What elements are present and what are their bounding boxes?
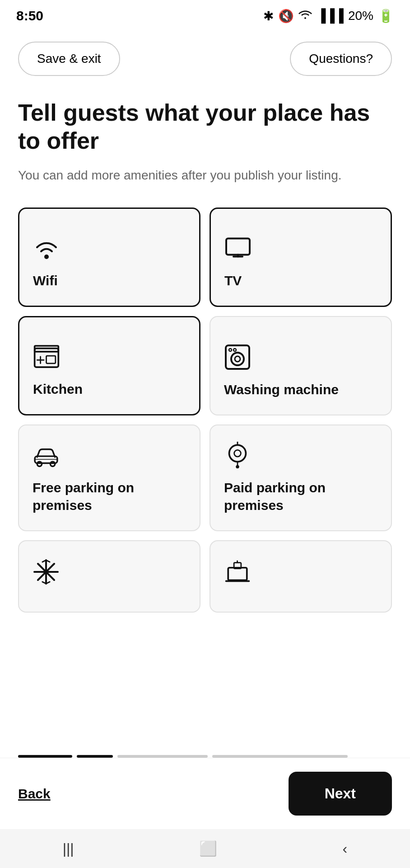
top-buttons-container: Save & exit Questions? [0, 33, 410, 85]
amenity-card-kitchen[interactable]: Kitchen [18, 316, 200, 415]
android-nav-bar: ||| ⬜ ‹ [0, 829, 410, 868]
amenity-label-tv: TV [224, 272, 377, 289]
save-exit-button[interactable]: Save & exit [18, 42, 120, 76]
page-subtitle: You can add more amenities after you pub… [18, 166, 392, 185]
page-title: Tell guests what your place has to offer [18, 99, 392, 155]
next-button[interactable]: Next [289, 772, 392, 816]
amenity-label-free-parking: Free parking on premises [33, 479, 186, 514]
kitchen-icon [33, 343, 186, 372]
status-bar: 8:50 ✱ 🔇 ▐▐▐ 20% 🔋 [0, 0, 410, 28]
amenity-card-tv[interactable]: TV [210, 208, 392, 307]
amenity-grid: Wifi TV [18, 208, 392, 613]
svg-rect-31 [228, 568, 247, 580]
amenity-card-paid-parking[interactable]: Paid parking on premises [210, 425, 392, 531]
amenity-label-wifi: Wifi [33, 272, 186, 289]
tv-icon [224, 235, 377, 264]
android-back-icon[interactable]: ‹ [343, 840, 348, 857]
car-icon [33, 442, 186, 471]
workspace-icon [224, 558, 377, 587]
amenity-card-workspace[interactable] [210, 540, 392, 613]
status-icons: ✱ 🔇 ▐▐▐ 20% 🔋 [263, 9, 394, 24]
svg-point-12 [229, 349, 232, 351]
svg-point-19 [234, 450, 241, 457]
bluetooth-icon: ✱ [263, 9, 274, 24]
svg-point-16 [50, 462, 55, 466]
amenity-card-free-parking[interactable]: Free parking on premises [18, 425, 200, 531]
mute-icon: 🔇 [278, 9, 294, 24]
main-content: Tell guests what your place has to offer… [0, 85, 410, 746]
wifi-icon [33, 235, 186, 264]
amenity-card-washing-machine[interactable]: Washing machine [210, 316, 392, 415]
android-menu-icon[interactable]: ||| [63, 840, 74, 857]
svg-point-18 [229, 445, 246, 462]
amenity-card-wifi[interactable]: Wifi [18, 208, 200, 307]
svg-point-15 [37, 462, 42, 466]
washing-machine-icon [224, 344, 377, 373]
amenity-label-kitchen: Kitchen [33, 380, 186, 398]
paid-parking-icon [224, 442, 377, 471]
svg-rect-1 [226, 238, 250, 255]
svg-point-10 [231, 353, 244, 365]
amenity-label-paid-parking: Paid parking on premises [224, 479, 377, 514]
battery-icon: 🔋 [378, 9, 394, 24]
signal-icon: ▐▐▐ [317, 9, 344, 23]
questions-button[interactable]: Questions? [290, 42, 392, 76]
amenity-card-ac[interactable] [18, 540, 200, 613]
amenity-label-washing-machine: Washing machine [224, 381, 377, 398]
android-home-icon[interactable]: ⬜ [199, 840, 217, 857]
battery-text: 20% [348, 9, 373, 23]
bottom-navigation: Back Next [0, 758, 410, 829]
wifi-status-icon [298, 9, 312, 23]
svg-point-0 [44, 255, 49, 259]
svg-point-11 [235, 356, 240, 362]
svg-rect-8 [47, 356, 56, 363]
back-button[interactable]: Back [18, 786, 51, 802]
status-time: 8:50 [16, 8, 43, 24]
svg-point-22 [236, 465, 239, 468]
snowflake-icon [33, 558, 186, 587]
svg-point-13 [233, 349, 236, 351]
